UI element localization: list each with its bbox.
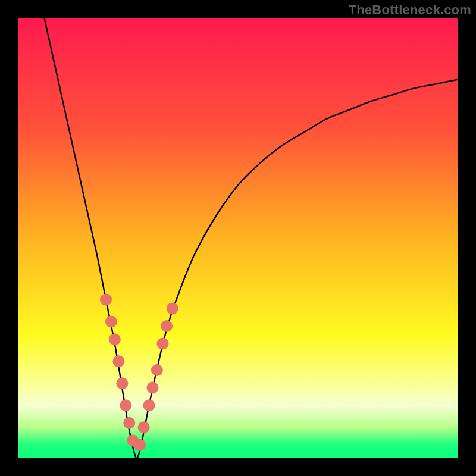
- highlight-dot: [134, 439, 146, 451]
- highlight-dot: [167, 302, 178, 314]
- highlight-dot: [151, 364, 163, 376]
- highlight-dot: [109, 333, 121, 345]
- outer-frame: TheBottleneck.com: [0, 0, 476, 476]
- highlight-dot: [100, 294, 112, 306]
- highlight-dot: [123, 417, 135, 429]
- highlight-dot: [156, 338, 168, 350]
- plot-area: [18, 18, 458, 458]
- highlight-dot: [112, 355, 124, 367]
- highlight-dot: [138, 421, 150, 433]
- watermark-text: TheBottleneck.com: [349, 2, 471, 18]
- highlight-dot: [146, 382, 158, 394]
- highlight-dots: [18, 18, 458, 458]
- highlight-dot: [116, 377, 128, 389]
- highlight-dot: [105, 316, 117, 328]
- highlight-dot: [120, 399, 131, 411]
- highlight-dot: [161, 320, 173, 332]
- highlight-dot: [143, 399, 155, 411]
